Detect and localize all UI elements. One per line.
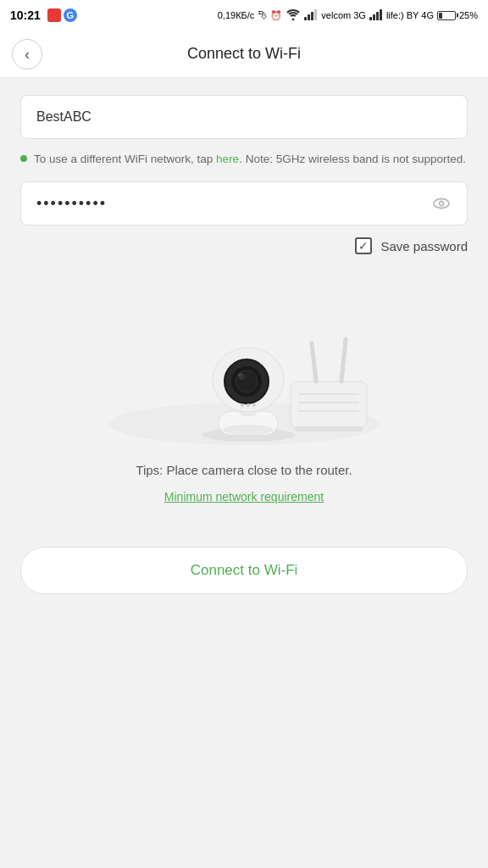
green-dot-indicator: [20, 155, 27, 162]
save-password-checkbox[interactable]: ✓: [355, 237, 372, 254]
svg-line-17: [341, 339, 346, 381]
checkbox-check-icon: ✓: [358, 240, 369, 252]
operator1: velcom 3G: [321, 10, 366, 20]
svg-rect-5: [369, 17, 372, 20]
save-password-row: ✓ Save password: [20, 237, 468, 254]
svg-rect-12: [291, 381, 367, 428]
signal-icon-2: [369, 8, 383, 22]
svg-point-29: [241, 403, 244, 407]
data-speed: 0,19КБ/с: [218, 10, 255, 20]
svg-rect-7: [376, 12, 379, 20]
here-link[interactable]: here: [216, 153, 239, 165]
connect-btn-wrapper: Connect to Wi-Fi: [0, 533, 488, 615]
svg-line-16: [312, 343, 316, 381]
battery-percent: 25%: [459, 10, 478, 20]
info-text-container: To use a different WiFi network, tap her…: [20, 151, 468, 168]
header: ‹ Connect to Wi-Fi: [0, 31, 488, 78]
devices-illustration: [108, 280, 380, 449]
battery-icon: [437, 11, 456, 20]
min-req-link-container: Minimum network requirement: [164, 489, 324, 504]
svg-rect-2: [308, 14, 310, 20]
password-field-container[interactable]: ••••••••••: [20, 181, 468, 225]
save-password-label: Save password: [380, 239, 468, 253]
svg-point-31: [252, 403, 256, 407]
content-area: BestABC To use a different WiFi network,…: [0, 78, 488, 533]
tips-text: Tips: Place camera close to the router.: [136, 463, 352, 477]
illustration-area: Tips: Place camera close to the router. …: [20, 280, 468, 513]
svg-point-28: [238, 373, 241, 376]
bluetooth-icon: ⮷: [258, 10, 267, 20]
show-password-icon[interactable]: [431, 193, 452, 214]
page-title: Connect to Wi-Fi: [187, 45, 301, 63]
back-button[interactable]: ‹: [12, 39, 42, 70]
password-input[interactable]: ••••••••••: [36, 195, 431, 213]
svg-rect-4: [314, 9, 317, 20]
svg-point-0: [292, 19, 295, 21]
svg-point-10: [440, 202, 444, 206]
network-name-value: BestABC: [36, 109, 92, 125]
svg-rect-1: [304, 17, 307, 20]
status-right: 0,19КБ/с ⮷ ⏰ velcom 3G: [218, 8, 478, 22]
alarm-icon: ⏰: [270, 10, 282, 21]
svg-rect-8: [380, 9, 382, 20]
back-arrow-icon: ‹: [25, 47, 30, 62]
info-message: To use a different WiFi network, tap her…: [34, 151, 466, 168]
svg-rect-18: [295, 426, 363, 431]
svg-point-21: [223, 425, 274, 435]
operator2: life:) BY 4G: [386, 10, 434, 20]
svg-rect-6: [373, 14, 375, 20]
app-icons: G: [47, 8, 77, 22]
svg-rect-3: [311, 12, 313, 20]
svg-point-9: [434, 199, 449, 209]
status-time: 10:21: [10, 8, 41, 22]
status-bar: 10:21 G 0,19КБ/с ⮷ ⏰ velcom 3G: [0, 0, 488, 31]
connect-button[interactable]: Connect to Wi-Fi: [20, 547, 468, 594]
wifi-icon: [286, 8, 301, 22]
network-name-field[interactable]: BestABC: [20, 95, 468, 139]
svg-point-30: [247, 403, 250, 407]
min-req-link[interactable]: Minimum network requirement: [164, 490, 324, 504]
signal-icon: [304, 8, 318, 22]
